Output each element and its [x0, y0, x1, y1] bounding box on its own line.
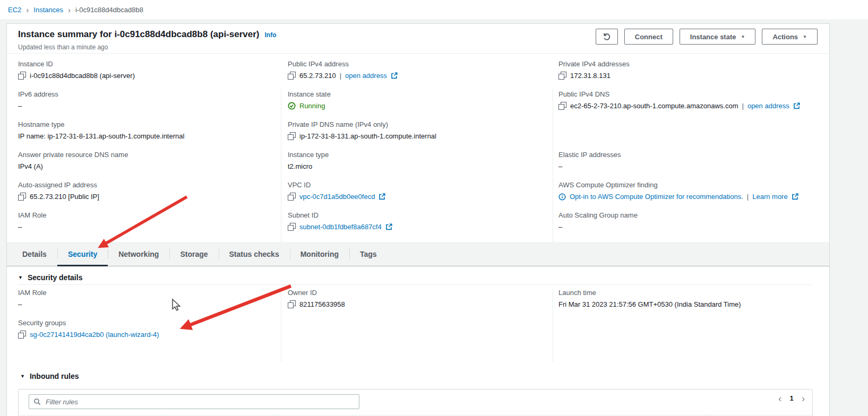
page-number[interactable]: 1 — [789, 394, 793, 402]
external-link-icon[interactable] — [379, 193, 385, 200]
collapse-triangle-icon: ▼ — [20, 374, 25, 379]
field-value: Fri Mar 31 2023 21:57:56 GMT+0530 (India… — [558, 300, 741, 308]
tab-status-checks[interactable]: Status checks — [219, 242, 290, 266]
tab-monitoring[interactable]: Monitoring — [290, 242, 349, 266]
field-subnet-id: Subnet ID subnet-0db1fdbef8a687cf4 — [288, 211, 558, 241]
field-private-ip-dns-name: Private IP DNS name (IPv4 only) ip-172-3… — [288, 120, 558, 151]
panel-header: Instance summary for i-0c91c88d4dbcad8b8… — [7, 24, 829, 54]
field-value: 172.31.8.131 — [570, 72, 611, 80]
field-launch-time: Launch time Fri Mar 31 2023 21:57:56 GMT… — [558, 289, 741, 308]
tab-details[interactable]: Details — [12, 242, 57, 266]
copy-icon[interactable] — [558, 102, 566, 110]
inbound-rules-card: ‹ 1 › Name Security group rule ID Port r… — [18, 389, 813, 416]
field-label: Instance ID — [18, 60, 288, 68]
page-next-icon[interactable]: › — [802, 393, 805, 403]
filter-rules-input[interactable] — [29, 394, 359, 409]
external-link-icon[interactable] — [391, 72, 398, 79]
tab-strip: Details Security Networking Storage Stat… — [7, 242, 829, 266]
field-label: Answer private resource DNS name — [18, 151, 288, 159]
field-label: Elastic IP addresses — [558, 151, 829, 159]
open-address-link[interactable]: open address — [747, 102, 789, 110]
empty-cell — [558, 120, 829, 151]
page-previous-icon[interactable]: ‹ — [778, 393, 781, 403]
subnet-id-link[interactable]: subnet-0db1fdbef8a687cf4 — [299, 223, 382, 231]
tab-label: Networking — [118, 250, 159, 258]
field-iam-role: IAM Role – — [18, 211, 288, 241]
compute-optimizer-optin-link[interactable]: Opt-in to AWS Compute Optimizer for reco… — [570, 193, 743, 201]
chevron-down-icon: ▼ — [803, 34, 807, 39]
status-badge: Running — [299, 102, 325, 110]
tab-label: Details — [22, 250, 47, 258]
security-details-header[interactable]: ▼ Security details — [18, 273, 82, 282]
connect-button[interactable]: Connect — [624, 29, 673, 45]
security-group-link[interactable]: sg-0c27141419d4ca2b0 (launch-wizard-4) — [30, 331, 159, 339]
field-instance-type: Instance type t2.micro — [288, 151, 558, 181]
field-iam-role-security: IAM Role – — [18, 289, 46, 308]
vpc-id-link[interactable]: vpc-0c7d1a5db0ee0fecd — [299, 193, 375, 201]
security-details-section: ▼ Security details IAM Role – Security g… — [7, 266, 829, 366]
field-label: Subnet ID — [288, 211, 558, 219]
breadcrumb-link-ec2[interactable]: EC2 — [8, 6, 21, 14]
field-label: IAM Role — [18, 211, 288, 219]
instance-state-dropdown[interactable]: Instance state ▼ — [680, 29, 756, 45]
field-value: – — [18, 300, 22, 308]
external-link-icon[interactable] — [793, 102, 800, 109]
refresh-icon — [603, 32, 611, 41]
updated-status-text: Updated less than a minute ago — [18, 44, 108, 51]
copy-icon[interactable] — [288, 193, 296, 201]
tab-label: Storage — [180, 250, 208, 258]
copy-icon[interactable] — [288, 300, 296, 308]
tab-security[interactable]: Security — [57, 242, 108, 266]
column-divider — [553, 288, 553, 362]
tab-label: Tags — [360, 250, 377, 258]
column-divider — [281, 89, 281, 265]
tab-networking[interactable]: Networking — [108, 242, 169, 266]
field-value: ec2-65-2-73-210.ap-south-1.compute.amazo… — [570, 102, 738, 110]
tab-storage[interactable]: Storage — [169, 242, 218, 266]
breadcrumb-link-instances[interactable]: Instances — [33, 6, 63, 14]
copy-icon[interactable] — [288, 132, 296, 140]
tab-label: Status checks — [229, 250, 279, 258]
field-answer-private-resource-dns: Answer private resource DNS name IPv4 (A… — [18, 151, 288, 181]
tab-tags[interactable]: Tags — [349, 242, 388, 266]
field-label: Launch time — [558, 289, 741, 297]
field-value: i-0c91c88d4dbcad8b8 (api-server) — [30, 72, 135, 80]
field-value: ip-172-31-8-131.ap-south-1.compute.inter… — [299, 132, 436, 140]
section-title-text: Security details — [28, 273, 83, 282]
field-label: Hostname type — [18, 120, 288, 128]
pipe-separator: | — [340, 72, 341, 80]
field-label: Public IPv4 address — [288, 60, 558, 68]
field-label: Owner ID — [288, 289, 345, 297]
copy-icon[interactable] — [558, 72, 566, 80]
field-label: Public IPv4 DNS — [558, 90, 829, 98]
actions-dropdown[interactable]: Actions ▼ — [762, 29, 818, 45]
external-link-icon[interactable] — [792, 193, 798, 200]
field-instance-state: Instance state Running — [288, 90, 558, 120]
field-public-ipv4-address: Public IPv4 address 65.2.73.210 | open a… — [288, 60, 558, 90]
learn-more-link[interactable]: Learn more — [752, 193, 787, 201]
copy-icon[interactable] — [288, 72, 296, 80]
open-address-link[interactable]: open address — [345, 72, 387, 80]
copy-icon[interactable] — [18, 72, 26, 80]
info-link[interactable]: Info — [264, 31, 276, 39]
pipe-separator: | — [742, 102, 744, 110]
field-value: – — [558, 223, 562, 231]
field-label: IPv6 address — [18, 90, 288, 98]
inbound-rules-section: ▼ Inbound rules ‹ 1 › Name Security grou… — [7, 366, 829, 416]
connect-button-label: Connect — [635, 33, 663, 41]
field-value: 821175633958 — [299, 300, 345, 308]
field-value: IP name: ip-172-31-8-131.ap-south-1.comp… — [18, 132, 184, 140]
inbound-rules-header[interactable]: ▼ Inbound rules — [20, 372, 79, 380]
page-title: Instance summary for i-0c91c88d4dbcad8b8… — [18, 29, 259, 40]
copy-icon[interactable] — [18, 331, 26, 339]
collapse-triangle-icon: ▼ — [18, 275, 23, 280]
field-label: AWS Compute Optimizer finding — [558, 181, 829, 189]
field-label: Private IP DNS name (IPv4 only) — [288, 120, 558, 128]
copy-icon[interactable] — [288, 223, 296, 231]
instance-summary-panel: Instance summary for i-0c91c88d4dbcad8b8… — [6, 23, 830, 416]
refresh-button[interactable] — [596, 29, 618, 45]
external-link-icon[interactable] — [385, 223, 392, 230]
field-security-groups: Security groups sg-0c27141419d4ca2b0 (la… — [18, 319, 159, 339]
copy-icon[interactable] — [18, 193, 26, 201]
field-owner-id: Owner ID 821175633958 — [288, 289, 345, 308]
